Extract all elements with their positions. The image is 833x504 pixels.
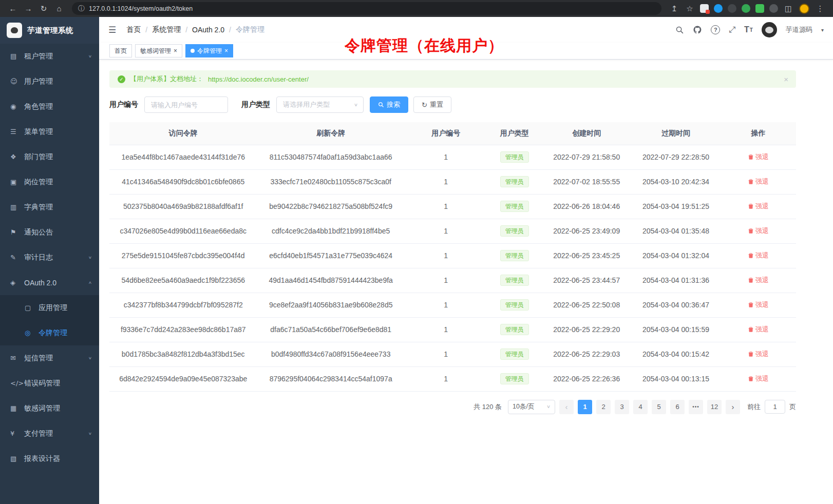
force-logout-button[interactable]: 强退 — [748, 226, 769, 236]
sidebar-item-dept[interactable]: ❖ 部门管理 — [0, 144, 99, 169]
tab-home[interactable]: 首页 — [109, 44, 132, 57]
tenant-icon: ▤ — [10, 52, 24, 60]
reset-button[interactable]: ↻ 重置 — [413, 96, 451, 113]
access-token-cell: 6d842e2924594de9a09e45e087323abe — [109, 366, 257, 391]
menu-label: 错误码管理 — [24, 379, 92, 388]
extension-icon-6[interactable] — [769, 4, 778, 13]
more-menu-icon[interactable]: ⋮ — [813, 2, 827, 15]
force-logout-button[interactable]: 强退 — [748, 325, 769, 334]
next-page-button[interactable]: › — [726, 400, 740, 414]
search-icon[interactable] — [675, 26, 684, 34]
bookmark-star-icon[interactable]: ☆ — [683, 2, 696, 15]
sidebar-item-sms[interactable]: ✉ 短信管理 ∨ — [0, 345, 99, 371]
table-header: 访问令牌 刷新令牌 用户编号 用户类型 创建时间 过期时间 操作 — [109, 122, 796, 145]
sidebar-item-pay[interactable]: ¥ 支付管理 ∨ — [0, 421, 99, 446]
chevron-down-icon: ∨ — [88, 54, 92, 58]
close-icon[interactable]: × — [224, 48, 228, 54]
share-icon[interactable]: ↥ — [668, 2, 681, 15]
force-logout-button[interactable]: 强退 — [748, 177, 769, 186]
breadcrumb-home[interactable]: 首页 — [126, 25, 141, 34]
split-view-icon[interactable]: ◫ — [782, 2, 795, 15]
avatar[interactable] — [762, 22, 777, 37]
text-size-large: T — [744, 25, 749, 34]
page-button-5[interactable]: 5 — [652, 400, 666, 414]
extension-icon-4[interactable] — [742, 4, 750, 13]
user-id-input[interactable] — [144, 96, 228, 113]
tab-label: 首页 — [115, 47, 127, 55]
user-type-select[interactable]: 请选择用户类型 ∨ — [276, 96, 364, 113]
sidebar-item-role[interactable]: ◉ 角色管理 — [0, 94, 99, 119]
chevron-down-icon: ∨ — [88, 431, 92, 435]
breadcrumb-system[interactable]: 系统管理 — [152, 25, 181, 34]
tab-token[interactable]: 令牌管理 × — [185, 44, 233, 57]
menu-label: 敏感词管理 — [24, 404, 92, 413]
force-logout-button[interactable]: 强退 — [748, 202, 769, 211]
prev-page-button[interactable]: ‹ — [559, 400, 574, 414]
forward-icon[interactable]: → — [22, 2, 35, 15]
address-bar[interactable]: ⓘ 127.0.0.1:1024/system/oauth2/token — [72, 2, 661, 15]
reload-icon[interactable]: ↻ — [37, 2, 50, 15]
more-pages-button[interactable]: ••• — [689, 400, 703, 414]
page-size-select[interactable]: 10条/页 ∨ — [508, 400, 555, 414]
page-button-1[interactable]: 1 — [578, 400, 592, 414]
force-logout-button[interactable]: 强退 — [748, 152, 769, 162]
extension-icon-5[interactable] — [755, 4, 764, 13]
github-icon[interactable] — [693, 25, 702, 34]
user-type-badge: 管理员 — [500, 250, 529, 261]
access-token-cell: f9336e7c7dd242a283ee98dc86b17a87 — [109, 317, 257, 342]
text-size-icon[interactable]: TT — [744, 25, 753, 34]
site-info-icon[interactable]: ⓘ — [78, 4, 85, 13]
back-icon[interactable]: ← — [6, 2, 20, 15]
sidebar-item-audit-log[interactable]: ✎ 审计日志 ∨ — [0, 245, 99, 270]
sidebar-item-report-designer[interactable]: ▧ 报表设计器 — [0, 446, 99, 471]
sidebar-item-user[interactable]: ☺ 用户管理 — [0, 69, 99, 94]
extension-icon-2[interactable] — [714, 4, 723, 13]
close-icon[interactable]: × — [784, 75, 788, 84]
sidebar-item-notice[interactable]: ⚑ 通知公告 — [0, 220, 99, 245]
force-logout-button[interactable]: 强退 — [748, 374, 769, 383]
breadcrumb-oauth2[interactable]: OAuth 2.0 — [192, 26, 224, 34]
create-time-cell: 2022-06-26 18:04:46 — [542, 194, 631, 219]
extension-icon-1[interactable] — [700, 4, 709, 13]
extension-icon-3[interactable] — [728, 4, 736, 13]
sidebar-item-tenant[interactable]: ▤ 租户管理 ∨ — [0, 44, 99, 69]
user-id-cell: 1 — [405, 219, 487, 243]
help-icon[interactable]: ? — [711, 25, 720, 34]
fullscreen-icon[interactable]: ⤢ — [729, 25, 735, 34]
trash-icon — [748, 179, 754, 185]
doc-link[interactable]: https://doc.iocoder.cn/user-center/ — [208, 75, 309, 83]
search-button[interactable]: 搜索 — [370, 96, 408, 113]
user-type-cell: 管理员 — [487, 293, 542, 317]
hamburger-icon[interactable]: ☰ — [108, 25, 116, 35]
table-row: f9336e7c7dd242a283ee98dc86b17a87 dfa6c71… — [109, 317, 796, 342]
expire-time-cell: 2054-03-04 00:13:15 — [631, 366, 721, 391]
page-button-6[interactable]: 6 — [670, 400, 685, 414]
page-button-2[interactable]: 2 — [596, 400, 611, 414]
browser-profile-avatar[interactable] — [799, 4, 809, 14]
success-check-icon: ✓ — [118, 75, 125, 83]
page-button-3[interactable]: 3 — [615, 400, 629, 414]
list-icon: ☰ — [10, 128, 24, 135]
goto-page-input[interactable] — [765, 400, 785, 414]
close-icon[interactable]: × — [174, 48, 177, 54]
force-logout-button[interactable]: 强退 — [748, 300, 769, 309]
sidebar-item-post[interactable]: ▣ 岗位管理 — [0, 169, 99, 195]
sidebar-item-sensitive-word[interactable]: ▦ 敏感词管理 — [0, 396, 99, 421]
filter-form: 用户编号 用户类型 请选择用户类型 ∨ 搜索 ↻ 重置 — [109, 96, 796, 113]
sidebar-item-oauth2-token[interactable]: ◎ 令牌管理 — [0, 320, 99, 345]
force-logout-button[interactable]: 强退 — [748, 350, 769, 359]
sidebar-item-error-code[interactable]: </> 错误码管理 — [0, 371, 99, 396]
user-id-cell: 1 — [405, 194, 487, 219]
sidebar-item-dict[interactable]: ▥ 字典管理 — [0, 195, 99, 220]
page-button-4[interactable]: 4 — [633, 400, 648, 414]
tab-sensitive-word[interactable]: 敏感词管理 × — [135, 44, 182, 57]
force-logout-button[interactable]: 强退 — [748, 276, 769, 285]
force-logout-button[interactable]: 强退 — [748, 251, 769, 260]
select-placeholder: 请选择用户类型 — [283, 100, 330, 109]
sidebar-item-menu[interactable]: ☰ 菜单管理 — [0, 119, 99, 144]
user-name[interactable]: 芋道源码 — [786, 25, 812, 34]
home-icon[interactable]: ⌂ — [52, 2, 66, 15]
sidebar-item-oauth2[interactable]: ◈ OAuth 2.0 ∧ — [0, 270, 99, 295]
sidebar-item-oauth2-app[interactable]: ▢ 应用管理 — [0, 295, 99, 320]
page-button-12[interactable]: 12 — [707, 400, 722, 414]
